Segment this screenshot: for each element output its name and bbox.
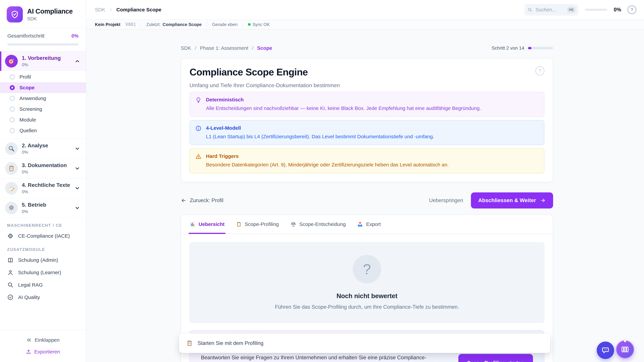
chevron-down-icon xyxy=(74,146,80,151)
tab-scope-profiling[interactable]: Scope-Profiling xyxy=(236,215,279,234)
collapse-sidebar-button[interactable]: Einklappen xyxy=(23,335,63,345)
sidebar-item-label: AI Quality xyxy=(18,295,40,300)
question-circle-icon: ? xyxy=(353,255,381,283)
group-title-maschinenrecht: MASCHINENRECHT / CE xyxy=(0,218,86,230)
memo-icon xyxy=(5,182,18,195)
section-title: 5. Betrieb xyxy=(22,202,70,208)
section-title: 2. Analyse xyxy=(22,142,70,149)
sidebar-item-label: Anwendung xyxy=(20,95,46,101)
complete-next-button[interactable]: Abschliessen & Weiter xyxy=(471,192,553,209)
tab-export[interactable]: Export xyxy=(357,215,381,234)
sidebar-section-betrieb[interactable]: 5. Betrieb 0% xyxy=(0,198,86,218)
hint-bar-title: Starten Sie mit dem Profiling xyxy=(198,340,264,346)
export-label: Exportieren xyxy=(34,349,60,355)
radio-icon xyxy=(10,117,15,122)
slash-separator: / xyxy=(195,45,196,51)
empty-state-body: Führen Sie das Scope-Profiling durch, um… xyxy=(275,304,459,310)
sidebar-item-scope[interactable]: Scope xyxy=(0,82,86,93)
section-percent: 0% xyxy=(22,62,70,67)
sidebar-item-quellen[interactable]: Quellen xyxy=(0,125,86,136)
header-progress-bar xyxy=(585,9,607,11)
radio-icon xyxy=(10,96,15,101)
note-title: 4-Level-Modell xyxy=(206,125,434,131)
page-breadcrumb: SDK / Phase 1: Assessment / Scope xyxy=(181,45,272,51)
sidebar-nav: 1. Vorbereitung 0% Profil Scope xyxy=(0,51,86,330)
radio-selected-icon xyxy=(10,85,15,90)
step-label: Schritt 2 von 14 xyxy=(492,45,524,51)
upload-icon xyxy=(26,349,31,355)
sidebar-item-anwendung[interactable]: Anwendung xyxy=(0,93,86,104)
step-indicator: Schritt 2 von 14 xyxy=(492,45,553,51)
board-view-button[interactable] xyxy=(616,340,634,359)
sidebar-item-label: Legal RAG xyxy=(18,282,43,288)
section-percent: 0% xyxy=(22,169,70,175)
clipboard-icon xyxy=(5,162,18,175)
sidebar: AI Compliance SDK Gesamtfortschritt 0% xyxy=(0,0,86,362)
sidebar-section-vorbereitung[interactable]: 1. Vorbereitung 0% xyxy=(0,51,86,71)
crumb-phase[interactable]: Phase 1: Assessment xyxy=(200,45,248,51)
step-progress-fill xyxy=(528,47,532,49)
start-profiling-button[interactable]: Scope-Profiling starten xyxy=(458,354,533,362)
radio-icon xyxy=(10,128,15,133)
sidebar-item-schulung-learner[interactable]: Schulung (Learner) xyxy=(0,266,86,279)
section-title: 4. Rechtliche Texte xyxy=(22,182,70,188)
overall-progress-value: 0% xyxy=(72,33,78,39)
cta-body-text: Beantworten Sie einige Fragen zu Ihrem U… xyxy=(201,354,448,361)
chat-assistant-button[interactable] xyxy=(597,342,614,359)
sidebar-item-screening[interactable]: Screening xyxy=(0,104,86,114)
sidebar-item-legal-rag[interactable]: Legal RAG xyxy=(0,279,86,291)
sidebar-item-module[interactable]: Module xyxy=(0,114,86,125)
sidebar-item-ai-quality[interactable]: AI Quality xyxy=(0,291,86,304)
back-button[interactable]: Zurueck: Profil xyxy=(181,197,224,203)
crumb-sdk[interactable]: SDK xyxy=(181,45,191,51)
help-icon[interactable]: ? xyxy=(628,5,636,14)
sidebar-item-schulung-admin[interactable]: Schulung (Admin) xyxy=(0,254,86,266)
tab-label: Export xyxy=(366,221,381,227)
sidebar-item-label: Screening xyxy=(20,106,42,112)
search-input[interactable]: Suchen... ⌘K xyxy=(524,4,578,15)
sidebar-item-label: Schulung (Admin) xyxy=(18,257,58,263)
group-title-zusatzmodule: ZUSATZMODULE xyxy=(0,242,86,254)
chevron-down-icon xyxy=(74,205,80,211)
sync-status: Sync OK xyxy=(248,22,270,27)
tab-scope-entscheidung[interactable]: Scope-Entscheidung xyxy=(290,215,346,234)
last-saved-time: Gerade eben xyxy=(212,22,238,27)
search-shortcut-kbd: ⌘K xyxy=(567,6,576,13)
sync-ok-dot xyxy=(248,23,250,26)
brand-block: AI Compliance SDK xyxy=(0,0,86,28)
search-icon xyxy=(528,7,532,12)
export-button[interactable]: Exportieren xyxy=(22,347,63,357)
tab-uebersicht[interactable]: Uebersicht xyxy=(190,215,224,234)
card-help-icon[interactable]: ? xyxy=(535,66,544,75)
breadcrumb-root[interactable]: SDK xyxy=(95,7,105,12)
divider xyxy=(242,22,243,27)
tab-bar: Uebersicht Scope-Profiling xyxy=(181,215,553,234)
status-bar: Kein Projekt V001 Zuletzt: Compliance Sc… xyxy=(86,20,644,29)
version-badge: V001 xyxy=(126,22,136,27)
back-label: Zurueck: Profil xyxy=(190,197,224,203)
sidebar-item-label: Profil xyxy=(20,74,31,80)
sidebar-section-dokumentation[interactable]: 3. Dokumentation 0% xyxy=(0,158,86,178)
skip-button[interactable]: Ueberspringen xyxy=(429,197,463,203)
sync-label: Sync OK xyxy=(252,22,270,27)
sidebar-section-rechtliche-texte[interactable]: 4. Rechtliche Texte 0% xyxy=(0,178,86,198)
last-value: Compliance Scope xyxy=(163,22,202,27)
sidebar-item-profil[interactable]: Profil xyxy=(0,71,86,82)
app-logo xyxy=(7,6,23,22)
export-tray-icon xyxy=(357,221,363,227)
page-breadcrumb-row: SDK / Phase 1: Assessment / Scope Schrit… xyxy=(181,45,553,51)
target-icon xyxy=(5,55,18,67)
sidebar-section-analyse[interactable]: 2. Analyse 0% xyxy=(0,139,86,158)
search-placeholder: Suchen... xyxy=(536,7,564,12)
sidebar-item-ce-compliance[interactable]: CE-Compliance (IACE) xyxy=(0,230,86,242)
chevron-down-icon xyxy=(74,185,80,191)
info-icon xyxy=(195,125,202,140)
tab-label: Uebersicht xyxy=(198,221,224,227)
overall-progress: Gesamtfortschritt 0% xyxy=(0,28,86,51)
sidebar-footer: Einklappen Exportieren xyxy=(0,330,86,362)
sidebar-item-label: Module xyxy=(20,117,36,123)
cpu-icon xyxy=(7,233,14,239)
lightbulb-icon xyxy=(195,97,202,112)
page-title: Compliance Scope Engine xyxy=(190,66,308,78)
magnifier-icon xyxy=(5,142,18,155)
